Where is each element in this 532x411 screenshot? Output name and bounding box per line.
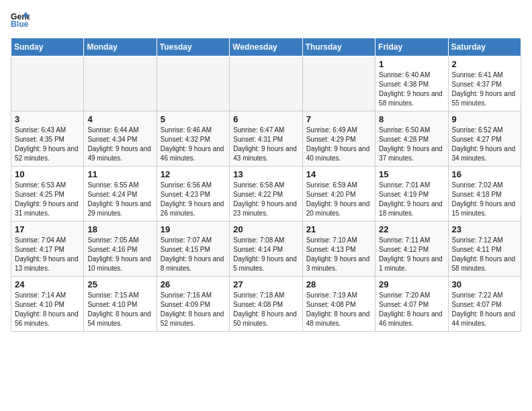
calendar-cell: 21Sunrise: 7:10 AMSunset: 4:13 PMDayligh… <box>302 222 375 277</box>
calendar-cell: 30Sunrise: 7:22 AMSunset: 4:07 PMDayligh… <box>448 277 521 332</box>
day-detail: Sunrise: 7:20 AMSunset: 4:07 PMDaylight:… <box>379 291 444 328</box>
day-number: 1 <box>379 59 444 69</box>
weekday-header-monday: Monday <box>84 38 157 56</box>
calendar-cell: 14Sunrise: 6:59 AMSunset: 4:20 PMDayligh… <box>302 167 375 222</box>
day-number: 30 <box>452 279 517 289</box>
calendar-cell: 12Sunrise: 6:56 AMSunset: 4:23 PMDayligh… <box>157 167 229 222</box>
calendar-cell: 11Sunrise: 6:55 AMSunset: 4:24 PMDayligh… <box>84 167 157 222</box>
calendar-cell: 2Sunrise: 6:41 AMSunset: 4:37 PMDaylight… <box>448 56 521 111</box>
day-detail: Sunrise: 6:46 AMSunset: 4:32 PMDaylight:… <box>161 126 226 163</box>
day-detail: Sunrise: 7:18 AMSunset: 4:08 PMDaylight:… <box>233 291 298 328</box>
day-detail: Sunrise: 7:02 AMSunset: 4:18 PMDaylight:… <box>452 181 517 218</box>
day-number: 26 <box>161 279 226 289</box>
calendar-cell: 18Sunrise: 7:05 AMSunset: 4:16 PMDayligh… <box>84 222 157 277</box>
calendar-cell: 29Sunrise: 7:20 AMSunset: 4:07 PMDayligh… <box>375 277 448 332</box>
day-number: 14 <box>306 169 371 179</box>
day-number: 8 <box>379 114 444 124</box>
day-number: 20 <box>233 224 298 234</box>
calendar-week-2: 3Sunrise: 6:43 AMSunset: 4:35 PMDaylight… <box>11 111 521 167</box>
day-detail: Sunrise: 6:50 AMSunset: 4:28 PMDaylight:… <box>379 126 444 163</box>
day-detail: Sunrise: 7:12 AMSunset: 4:11 PMDaylight:… <box>452 236 517 273</box>
day-detail: Sunrise: 7:14 AMSunset: 4:10 PMDaylight:… <box>15 291 80 328</box>
day-number: 22 <box>379 224 444 234</box>
calendar-cell: 10Sunrise: 6:53 AMSunset: 4:25 PMDayligh… <box>11 167 84 222</box>
calendar-cell <box>84 56 157 111</box>
day-number: 27 <box>233 279 298 289</box>
calendar-cell: 24Sunrise: 7:14 AMSunset: 4:10 PMDayligh… <box>11 277 84 332</box>
day-number: 6 <box>233 114 298 124</box>
calendar-cell: 27Sunrise: 7:18 AMSunset: 4:08 PMDayligh… <box>230 277 302 332</box>
day-number: 13 <box>233 169 298 179</box>
day-number: 4 <box>87 114 152 124</box>
calendar-cell: 17Sunrise: 7:04 AMSunset: 4:17 PMDayligh… <box>11 222 84 277</box>
day-number: 16 <box>452 169 517 179</box>
day-detail: Sunrise: 7:08 AMSunset: 4:14 PMDaylight:… <box>233 236 298 273</box>
day-detail: Sunrise: 7:05 AMSunset: 4:16 PMDaylight:… <box>87 236 152 273</box>
day-detail: Sunrise: 6:43 AMSunset: 4:35 PMDaylight:… <box>15 126 80 163</box>
day-number: 29 <box>379 279 444 289</box>
day-number: 10 <box>15 169 80 179</box>
weekday-header-sunday: Sunday <box>11 38 84 56</box>
calendar-cell: 25Sunrise: 7:15 AMSunset: 4:10 PMDayligh… <box>84 277 157 332</box>
calendar-cell: 13Sunrise: 6:58 AMSunset: 4:22 PMDayligh… <box>230 167 302 222</box>
day-detail: Sunrise: 6:55 AMSunset: 4:24 PMDaylight:… <box>87 181 152 218</box>
day-number: 12 <box>161 169 226 179</box>
day-detail: Sunrise: 6:56 AMSunset: 4:23 PMDaylight:… <box>161 181 226 218</box>
calendar-cell: 3Sunrise: 6:43 AMSunset: 4:35 PMDaylight… <box>11 111 84 167</box>
day-detail: Sunrise: 7:15 AMSunset: 4:10 PMDaylight:… <box>87 291 152 328</box>
logo-icon: General Blue <box>11 11 30 30</box>
day-detail: Sunrise: 6:53 AMSunset: 4:25 PMDaylight:… <box>15 181 80 218</box>
day-detail: Sunrise: 6:40 AMSunset: 4:38 PMDaylight:… <box>379 71 444 108</box>
calendar-cell: 28Sunrise: 7:19 AMSunset: 4:08 PMDayligh… <box>302 277 375 332</box>
day-number: 11 <box>87 169 152 179</box>
day-detail: Sunrise: 7:10 AMSunset: 4:13 PMDaylight:… <box>306 236 371 273</box>
calendar-cell: 4Sunrise: 6:44 AMSunset: 4:34 PMDaylight… <box>84 111 157 167</box>
day-number: 7 <box>306 114 371 124</box>
day-detail: Sunrise: 7:16 AMSunset: 4:09 PMDaylight:… <box>161 291 226 328</box>
calendar-week-4: 17Sunrise: 7:04 AMSunset: 4:17 PMDayligh… <box>11 222 521 277</box>
day-detail: Sunrise: 6:58 AMSunset: 4:22 PMDaylight:… <box>233 181 298 218</box>
weekday-header-saturday: Saturday <box>448 38 521 56</box>
calendar-cell: 6Sunrise: 6:47 AMSunset: 4:31 PMDaylight… <box>230 111 302 167</box>
weekday-header-thursday: Thursday <box>302 38 375 56</box>
day-detail: Sunrise: 7:04 AMSunset: 4:17 PMDaylight:… <box>15 236 80 273</box>
day-detail: Sunrise: 6:47 AMSunset: 4:31 PMDaylight:… <box>233 126 298 163</box>
calendar-week-3: 10Sunrise: 6:53 AMSunset: 4:25 PMDayligh… <box>11 167 521 222</box>
calendar-cell: 7Sunrise: 6:49 AMSunset: 4:29 PMDaylight… <box>302 111 375 167</box>
calendar-cell: 16Sunrise: 7:02 AMSunset: 4:18 PMDayligh… <box>448 167 521 222</box>
day-detail: Sunrise: 7:22 AMSunset: 4:07 PMDaylight:… <box>452 291 517 328</box>
calendar-cell: 8Sunrise: 6:50 AMSunset: 4:28 PMDaylight… <box>375 111 448 167</box>
day-number: 5 <box>161 114 226 124</box>
day-detail: Sunrise: 6:59 AMSunset: 4:20 PMDaylight:… <box>306 181 371 218</box>
calendar-week-5: 24Sunrise: 7:14 AMSunset: 4:10 PMDayligh… <box>11 277 521 332</box>
calendar-table: SundayMondayTuesdayWednesdayThursdayFrid… <box>11 38 521 332</box>
day-number: 19 <box>161 224 226 234</box>
day-detail: Sunrise: 7:01 AMSunset: 4:19 PMDaylight:… <box>379 181 444 218</box>
day-number: 18 <box>87 224 152 234</box>
day-detail: Sunrise: 6:52 AMSunset: 4:27 PMDaylight:… <box>452 126 517 163</box>
calendar-cell <box>11 56 84 111</box>
day-detail: Sunrise: 7:07 AMSunset: 4:15 PMDaylight:… <box>161 236 226 273</box>
day-number: 21 <box>306 224 371 234</box>
calendar-cell: 23Sunrise: 7:12 AMSunset: 4:11 PMDayligh… <box>448 222 521 277</box>
calendar-cell: 19Sunrise: 7:07 AMSunset: 4:15 PMDayligh… <box>157 222 229 277</box>
day-number: 9 <box>452 114 517 124</box>
day-detail: Sunrise: 6:44 AMSunset: 4:34 PMDaylight:… <box>87 126 152 163</box>
calendar-cell: 20Sunrise: 7:08 AMSunset: 4:14 PMDayligh… <box>230 222 302 277</box>
weekday-header-tuesday: Tuesday <box>157 38 229 56</box>
calendar-cell: 15Sunrise: 7:01 AMSunset: 4:19 PMDayligh… <box>375 167 448 222</box>
day-detail: Sunrise: 6:49 AMSunset: 4:29 PMDaylight:… <box>306 126 371 163</box>
calendar-cell <box>157 56 229 111</box>
day-number: 17 <box>15 224 80 234</box>
calendar-cell: 26Sunrise: 7:16 AMSunset: 4:09 PMDayligh… <box>157 277 229 332</box>
calendar-cell <box>230 56 302 111</box>
day-detail: Sunrise: 7:19 AMSunset: 4:08 PMDaylight:… <box>306 291 371 328</box>
day-number: 23 <box>452 224 517 234</box>
day-number: 24 <box>15 279 80 289</box>
day-detail: Sunrise: 7:11 AMSunset: 4:12 PMDaylight:… <box>379 236 444 273</box>
calendar-cell: 22Sunrise: 7:11 AMSunset: 4:12 PMDayligh… <box>375 222 448 277</box>
day-number: 28 <box>306 279 371 289</box>
day-number: 25 <box>87 279 152 289</box>
day-detail: Sunrise: 6:41 AMSunset: 4:37 PMDaylight:… <box>452 71 517 108</box>
calendar-week-1: 1Sunrise: 6:40 AMSunset: 4:38 PMDaylight… <box>11 56 521 111</box>
